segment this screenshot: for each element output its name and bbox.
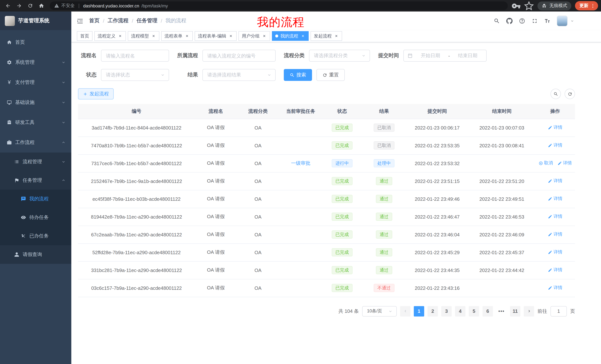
process-name-input[interactable] [101,50,169,62]
page-button-4[interactable]: 4 [455,306,465,316]
tab-5[interactable]: 用户分组× [239,31,270,41]
tab-0[interactable]: 首页 [77,31,92,41]
detail-link[interactable]: 详情 [548,178,562,184]
close-tab-icon[interactable]: × [262,34,267,38]
cancel-link[interactable]: 取消 [538,160,553,166]
refresh-table-button[interactable] [565,89,575,99]
browser-update-button[interactable]: 更新 [575,1,598,10]
toggle-search-button[interactable] [551,89,561,99]
detail-link[interactable]: 详情 [548,196,562,202]
submit-time-range-picker[interactable]: 开始日期 - 结束日期 [403,50,487,62]
tab-1[interactable]: 流程定义× [94,31,126,41]
forward-icon [16,3,22,9]
result-select[interactable]: 请选择流程结果 [202,69,276,81]
close-tab-icon[interactable]: × [118,34,123,38]
tab-2[interactable]: 流程模型× [128,31,159,41]
page-button-6[interactable]: 6 [482,306,493,316]
page-button-11[interactable]: 11 [510,306,521,316]
page-size-select[interactable]: 10条/页 [362,306,397,316]
tab-4[interactable]: 流程表单-编辑× [195,31,237,41]
next-page-button[interactable] [524,306,534,316]
browser-back-icon[interactable] [3,1,13,10]
avatar[interactable] [557,15,568,26]
cell-end-time: 2022-01-23 00:07:03 [468,119,535,136]
detail-link[interactable]: 详情 [548,267,562,273]
url-path: /bpm/task/my [141,3,168,8]
sidebar-item-5[interactable]: 工作流程 [0,133,71,153]
close-tab-icon[interactable]: × [151,34,156,38]
close-tab-icon[interactable]: × [185,34,190,38]
page-button-3[interactable]: 3 [441,306,452,316]
hamburger-icon[interactable] [77,17,84,24]
detail-link[interactable]: 详情 [548,231,562,238]
status-select[interactable]: 请选择状态 [101,69,169,81]
cell-task [279,261,322,279]
page-button-5[interactable]: 5 [469,306,479,316]
sidebar-item-0[interactable]: 首页 [0,32,71,52]
sidebar-item-8[interactable]: 我的流程 [0,190,71,208]
browser-reload-icon[interactable] [25,1,35,10]
cell-end-time: 2022-01-22 23:45:37 [468,243,535,261]
key-icon[interactable] [511,1,521,10]
goto-page-input[interactable] [551,306,567,316]
detail-link[interactable]: 详情 [548,213,562,220]
search-icon[interactable] [494,18,500,24]
sidebar-item-4[interactable]: 研发工具 [0,112,71,133]
goto-unit: 页 [570,308,575,315]
github-icon[interactable] [506,18,513,24]
current-task-link[interactable]: 一级审批 [291,160,310,166]
list-icon [14,159,19,164]
edit-icon [548,286,552,290]
detail-link[interactable]: 详情 [548,249,562,256]
close-tab-icon[interactable]: × [300,34,305,38]
result-badge: 通过 [376,230,392,239]
cell-id: 52ffd28e-7b9a-11ec-a290-acde48001122 [78,243,195,261]
page-button-2[interactable]: 2 [428,306,438,316]
fullscreen-icon[interactable] [531,18,538,24]
detail-link[interactable]: 详情 [548,142,562,149]
create-process-button[interactable]: 发起流程 [78,88,114,99]
breadcrumb-item-2[interactable]: 任务管理 [137,18,158,24]
star-icon[interactable] [524,1,534,10]
tab-3[interactable]: 流程表单× [161,31,193,41]
font-size-icon[interactable] [544,18,551,24]
more-pages-icon[interactable]: ••• [496,308,507,314]
detail-link[interactable]: 详情 [548,285,562,291]
browser-forward-icon[interactable] [14,1,24,10]
help-icon[interactable] [519,18,525,24]
cell-name: OA 请假 [195,119,237,136]
chevron-down-icon [160,73,165,77]
start-date-placeholder: 开始日期 [416,52,445,59]
cell-end-time: 2022-01-23 00:08:41 [468,136,535,154]
search-button[interactable]: 搜索 [284,69,312,81]
process-definition-input[interactable] [202,50,276,62]
sidebar-item-3[interactable]: 基础设施 [0,92,71,112]
browser-home-icon[interactable] [36,1,46,10]
prev-page-button[interactable] [400,306,411,316]
page-button-1[interactable]: 1 [414,306,424,316]
process-category-select[interactable]: 请选择流程分类 [309,50,370,62]
close-tab-icon[interactable]: × [334,34,339,38]
cell-operations: 详情 [535,208,575,226]
close-tab-icon[interactable]: × [229,34,233,38]
browser-menu-dots-icon[interactable] [590,3,595,8]
detail-link[interactable]: 详情 [557,160,572,166]
sidebar-item-1[interactable]: 系统管理 [0,52,71,72]
user-menu[interactable] [557,15,574,26]
sidebar-item-2[interactable]: 支付管理 [0,72,71,92]
sidebar-item-7[interactable]: 任务管理 [0,171,71,190]
address-bar[interactable]: 不安全 dashboard.yudao.iocoder.cn/bpm/task/… [50,1,508,10]
tab-7[interactable]: 发起流程× [311,31,342,41]
sidebar-item-label: 工作流程 [15,139,35,146]
reload-icon [27,3,33,9]
breadcrumb-item-0[interactable]: 首页 [89,18,100,24]
breadcrumb-item-1[interactable]: 工作流程 [108,18,129,24]
sidebar-item-11[interactable]: 请假查询 [0,245,71,264]
app-logo[interactable]: 芋道管理系统 [0,11,71,30]
sidebar-item-10[interactable]: 已办任务 [0,227,71,245]
detail-link[interactable]: 详情 [548,125,562,131]
reset-button[interactable]: 重置 [316,69,345,81]
sidebar-item-6[interactable]: 流程管理 [0,153,71,171]
sidebar-item-9[interactable]: 待办任务 [0,208,71,227]
tab-6[interactable]: 我的流程× [272,31,309,41]
